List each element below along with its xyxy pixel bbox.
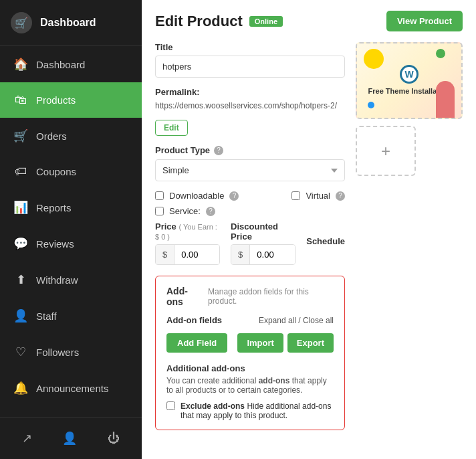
plus-icon: + (381, 142, 390, 161)
logout-icon[interactable]: ⏻ (104, 428, 124, 450)
downloadable-label: Downloadable (169, 191, 224, 201)
product-type-help-icon[interactable]: ? (214, 146, 223, 155)
add-image-box[interactable]: + (356, 126, 416, 176)
sidebar-title: Dashboard (40, 17, 96, 29)
addons-subtitle: Manage addon fields for this product. (208, 287, 334, 306)
withdraw-icon: ⬆ (13, 272, 28, 287)
product-type-label: Product Type (155, 145, 210, 155)
page-header: Edit Product Online View Product (155, 11, 463, 31)
expand-close-button[interactable]: Expand all / Close all (259, 316, 334, 325)
addons-title: Add-ons (166, 286, 203, 307)
permalink-row: Permalink: https://demos.woosellservices… (155, 87, 345, 110)
price-input[interactable] (174, 245, 219, 264)
product-type-group: Product Type ? Simple Variable (155, 145, 345, 181)
status-badge: Online (249, 16, 283, 27)
product-type-select[interactable]: Simple Variable (155, 159, 345, 181)
price-section: Price ( You Earn : $ 0 ) $ Discounted Pr… (155, 221, 345, 265)
permalink-label: Permalink: (155, 87, 199, 97)
title-group: Title (155, 42, 345, 78)
permalink-edit-button[interactable]: Edit (155, 120, 188, 136)
service-row: Service: ? (155, 206, 345, 216)
person-shape (436, 81, 455, 118)
discounted-price-input-wrap: $ (231, 244, 295, 265)
profile-icon[interactable]: 👤 (58, 427, 81, 450)
discounted-currency: $ (231, 245, 250, 264)
price-currency: $ (156, 245, 174, 264)
product-type-row: Product Type ? (155, 145, 345, 155)
addons-section: Add-ons Manage addon fields for this pro… (155, 276, 345, 430)
decor-circle-3 (368, 102, 374, 108)
addon-buttons-right: Import Export (237, 333, 334, 353)
external-link-icon[interactable]: ↗ (18, 427, 36, 450)
form-area: Title Permalink: https://demos.woosellse… (155, 42, 345, 430)
sidebar-nav: 🏠 Dashboard 🛍 Products 🛒 Orders 🏷 Coupon… (0, 46, 142, 417)
sidebar-item-reports[interactable]: 📊 Reports (0, 189, 142, 225)
home-icon: 🏠 (13, 57, 28, 72)
downloadable-row: Downloadable ? Virtual ? (155, 191, 345, 201)
permalink-group: Permalink: https://demos.woosellservices… (155, 87, 345, 136)
sidebar-item-coupons[interactable]: 🏷 Coupons (0, 154, 142, 189)
additional-addons-desc: You can create additional add-ons that a… (166, 376, 334, 395)
discounted-price-group: Discounted Price $ (231, 221, 295, 265)
decor-circle-2 (436, 49, 445, 58)
content-with-ad: Title Permalink: https://demos.woosellse… (155, 42, 463, 430)
schedule-label: Schedule (306, 221, 345, 246)
downloadable-help-icon[interactable]: ? (229, 191, 239, 201)
sidebar-header: 🛒 Dashboard (0, 0, 142, 46)
staff-icon: 👤 (13, 308, 28, 323)
exclude-checkbox[interactable] (166, 401, 175, 410)
schedule-group: Schedule (306, 221, 345, 246)
virtual-help-icon[interactable]: ? (336, 191, 345, 201)
ad-image: W Free Theme Installation (356, 42, 463, 119)
view-product-button[interactable]: View Product (386, 11, 463, 31)
price-label: Price ( You Earn : $ 0 ) (155, 221, 220, 242)
addons-header: Add-ons Manage addon fields for this pro… (166, 286, 334, 307)
reports-icon: 📊 (13, 200, 28, 215)
page-header-left: Edit Product Online (155, 13, 283, 30)
addons-bold: add-ons (259, 376, 290, 385)
price-group: Price ( You Earn : $ 0 ) $ (155, 221, 220, 265)
sidebar-item-announcements[interactable]: 🔔 Announcements (0, 370, 142, 406)
coupons-icon: 🏷 (13, 165, 28, 179)
announcements-icon: 🔔 (13, 381, 28, 395)
sidebar-item-orders[interactable]: 🛒 Orders (0, 118, 142, 154)
title-input[interactable] (155, 56, 345, 78)
decor-circle-1 (364, 49, 384, 69)
sidebar-item-dashboard[interactable]: 🏠 Dashboard (0, 46, 142, 82)
virtual-label: Virtual (306, 191, 330, 201)
downloadable-checkbox[interactable] (155, 191, 164, 200)
discounted-price-label: Discounted Price (231, 221, 295, 242)
sidebar-item-withdraw[interactable]: ⬆ Withdraw (0, 262, 142, 298)
permalink-url: https://demos.woosellservices.com/shop/h… (155, 101, 337, 110)
sidebar-item-products[interactable]: 🛍 Products (0, 82, 142, 118)
reviews-icon: 💬 (13, 236, 28, 251)
additional-addons-title: Additional add-ons (166, 363, 334, 373)
orders-icon: 🛒 (13, 128, 28, 143)
virtual-checkbox[interactable] (291, 191, 300, 200)
add-field-button[interactable]: Add Field (166, 333, 227, 353)
service-help-icon[interactable]: ? (206, 207, 215, 216)
addon-fields-label: Add-on fields (166, 315, 222, 325)
sidebar-item-reviews[interactable]: 💬 Reviews (0, 225, 142, 262)
export-button[interactable]: Export (287, 333, 334, 353)
page-title: Edit Product (155, 13, 243, 30)
products-icon: 🛍 (13, 93, 28, 107)
discounted-price-input[interactable] (250, 245, 295, 264)
price-row: Price ( You Earn : $ 0 ) $ Discounted Pr… (155, 221, 345, 265)
addon-buttons: Add Field Import Export (166, 333, 334, 353)
import-button[interactable]: Import (237, 333, 283, 353)
addon-fields-row: Add-on fields Expand all / Close all (166, 315, 334, 325)
sidebar-item-settings[interactable]: ⚙ Settings › (0, 406, 142, 417)
sidebar-item-staff[interactable]: 👤 Staff (0, 298, 142, 334)
sidebar-item-followers[interactable]: ♡ Followers (0, 334, 142, 370)
exclude-label: Exclude add-ons Hide additional add-ons … (181, 401, 334, 420)
service-checkbox[interactable] (155, 207, 164, 215)
exclude-row: Exclude add-ons Hide additional add-ons … (166, 401, 334, 420)
sidebar: 🛒 Dashboard 🏠 Dashboard 🛍 Products 🛒 Ord… (0, 0, 142, 459)
wordpress-logo: W (400, 65, 419, 84)
ad-area: W Free Theme Installation + (356, 42, 463, 176)
price-input-wrap: $ (155, 244, 220, 265)
title-label: Title (155, 42, 345, 52)
main-content: Edit Product Online View Product Title P… (142, 0, 476, 459)
sidebar-bottom: ↗ 👤 ⏻ (0, 417, 142, 459)
